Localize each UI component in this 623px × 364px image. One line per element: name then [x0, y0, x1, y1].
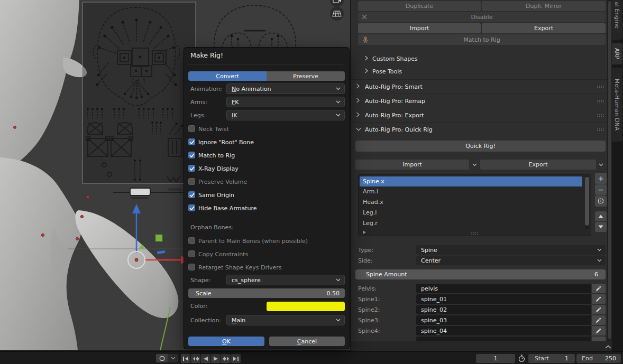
retarget-shape-keys-checkbox[interactable] — [188, 264, 195, 270]
pelvis-input[interactable]: pelvis — [416, 284, 591, 293]
list-item[interactable]: Head.x — [363, 199, 383, 206]
move-up-icon[interactable] — [595, 211, 607, 221]
spine4-input[interactable]: spine_04 — [416, 326, 591, 335]
mirror-icon[interactable] — [595, 195, 607, 207]
match-to-rig-button[interactable]: Match to Rig — [358, 34, 606, 45]
subpanel-pose-tools[interactable]: Pose Tools — [364, 67, 402, 76]
hide-base-armature-checkbox[interactable] — [188, 204, 195, 211]
section-arp-export[interactable]: Auto-Rig Pro: Export — [356, 110, 609, 120]
export-button[interactable]: Export — [482, 23, 606, 33]
chevron-down-icon — [597, 259, 602, 262]
spine3-input[interactable]: spine_03 — [416, 315, 591, 325]
list-item[interactable]: Arm.l — [363, 188, 378, 195]
quick-rig-button[interactable]: Quick Rig! — [355, 141, 606, 152]
list-grip-icon[interactable] — [471, 230, 479, 237]
sidebar-panel: Duplicate Dupli. Mirror Disable Import E… — [351, 0, 612, 351]
scale-slider[interactable]: Scale 0.50 — [188, 288, 345, 298]
timeline-bar: 1 Start 1 End 250 — [0, 351, 623, 364]
spine1-input[interactable]: spine_01 — [416, 294, 591, 304]
qr-import-button[interactable]: Import — [355, 160, 469, 170]
panel-grip-icon[interactable] — [597, 98, 604, 105]
eyedropper-icon[interactable] — [592, 284, 606, 293]
cancel-button[interactable]: Cancel — [269, 337, 345, 346]
panel-grip-icon[interactable] — [597, 126, 604, 133]
jump-to-end-icon[interactable] — [231, 354, 241, 363]
arms-dropdown[interactable]: FK — [226, 97, 345, 107]
make-rig-dialog: Make Rig! Convert Preserve Animation: No… — [184, 48, 349, 349]
limb-list[interactable]: Spine.x Arm.l Head.x Leg.l Leg.r — [358, 174, 591, 236]
color-swatch[interactable] — [267, 302, 345, 311]
duplicate-button[interactable]: Duplicate — [358, 1, 481, 11]
spine5-input-clipped[interactable] — [416, 337, 591, 341]
animation-dropdown[interactable]: No Animation — [226, 83, 345, 94]
eyedropper-icon[interactable] — [592, 315, 606, 325]
section-arp-remap[interactable]: Auto-Rig Pro: Remap — [356, 96, 609, 106]
section-arp-smart[interactable]: Auto-Rig Pro: Smart — [356, 82, 609, 91]
next-keyframe-icon[interactable] — [221, 354, 231, 363]
match-to-rig-checkbox[interactable] — [188, 152, 195, 158]
ignore-root-bone-checkbox[interactable] — [188, 138, 195, 145]
disclosure-triangle-icon[interactable] — [363, 229, 367, 236]
disable-button[interactable]: Disable — [358, 12, 606, 22]
side-label: Side: — [358, 257, 373, 264]
collection-dropdown[interactable]: Main — [226, 315, 345, 325]
start-frame-field[interactable]: Start 1 — [528, 354, 575, 363]
list-item-selected[interactable]: Spine.x — [360, 176, 582, 186]
section-arp-quick-rig[interactable]: Auto-Rig Pro: Quick Rig — [356, 125, 609, 134]
spine1-label: Spine1: — [358, 296, 380, 303]
panel-grip-icon[interactable] — [597, 83, 604, 90]
dialog-separator — [188, 64, 345, 64]
subpanel-custom-shapes[interactable]: Custom Shapes — [364, 54, 418, 63]
stopwatch-icon[interactable] — [518, 354, 526, 364]
neck-twist-checkbox[interactable] — [188, 125, 195, 132]
eyedropper-icon[interactable] — [592, 305, 606, 314]
eyedropper-icon[interactable] — [592, 294, 606, 304]
add-icon[interactable]: + — [595, 173, 607, 184]
spine-amount-slider[interactable]: Spine Amount 6 — [355, 269, 606, 279]
spine3-label: Spine3: — [358, 317, 380, 324]
auto-key-dropdown[interactable] — [168, 354, 178, 362]
play-icon[interactable] — [211, 354, 221, 363]
tab-convert[interactable]: Convert — [188, 71, 267, 81]
list-item[interactable]: Leg.r — [363, 220, 378, 227]
spine2-input[interactable]: spine_02 — [416, 305, 591, 314]
dupli-mirror-button[interactable]: Dupli. Mirror — [482, 1, 606, 11]
qr-export-dropdown[interactable] — [597, 160, 606, 170]
shape-dropdown[interactable]: cs_sphere — [226, 275, 345, 285]
eyedropper-icon[interactable] — [592, 337, 606, 341]
parent-to-main-bones-checkbox[interactable] — [188, 237, 195, 244]
same-origin-checkbox[interactable] — [188, 191, 195, 198]
tab-preserve[interactable]: Preserve — [267, 71, 345, 81]
scroll-up-icon[interactable] — [605, 344, 611, 351]
side-dropdown[interactable]: Center — [416, 256, 606, 265]
legs-dropdown[interactable]: IK — [226, 110, 345, 120]
list-item[interactable]: Leg.l — [363, 209, 377, 216]
panel-grip-icon[interactable] — [597, 112, 604, 119]
current-frame-field[interactable]: 1 — [476, 354, 515, 363]
list-scrollbar[interactable] — [585, 176, 589, 229]
qr-import-dropdown[interactable] — [470, 160, 480, 170]
tab-meta-human-dna[interactable]: Meta-Human DNA — [612, 68, 622, 142]
copy-constraints-label: Copy Constraints — [198, 251, 248, 258]
end-frame-field[interactable]: End 250 — [576, 354, 621, 363]
face-picker-panel[interactable] — [83, 2, 196, 199]
tab-unreal-engine[interactable]: al Engine — [612, 0, 622, 40]
move-down-icon[interactable] — [595, 222, 607, 232]
qr-export-button[interactable]: Export — [480, 160, 596, 170]
prev-keyframe-icon[interactable] — [191, 354, 200, 363]
eyedropper-icon[interactable] — [592, 326, 606, 335]
import-button[interactable]: Import — [358, 23, 481, 33]
jump-to-start-icon[interactable] — [181, 354, 190, 363]
gizmo-green-square[interactable] — [155, 235, 162, 241]
preserve-volume-checkbox[interactable] — [188, 178, 195, 185]
play-reverse-icon[interactable] — [201, 354, 210, 363]
same-origin-label: Same Origin — [198, 192, 234, 199]
auto-key-icon[interactable] — [156, 354, 168, 362]
xray-display-checkbox[interactable] — [188, 165, 195, 172]
type-dropdown[interactable]: Spine — [416, 245, 606, 255]
panel-divider — [351, 79, 612, 80]
remove-icon[interactable]: − — [595, 184, 607, 195]
tab-arp[interactable]: ARP — [612, 43, 622, 64]
ok-button[interactable]: OK — [188, 337, 264, 346]
copy-constraints-checkbox[interactable] — [188, 250, 195, 257]
